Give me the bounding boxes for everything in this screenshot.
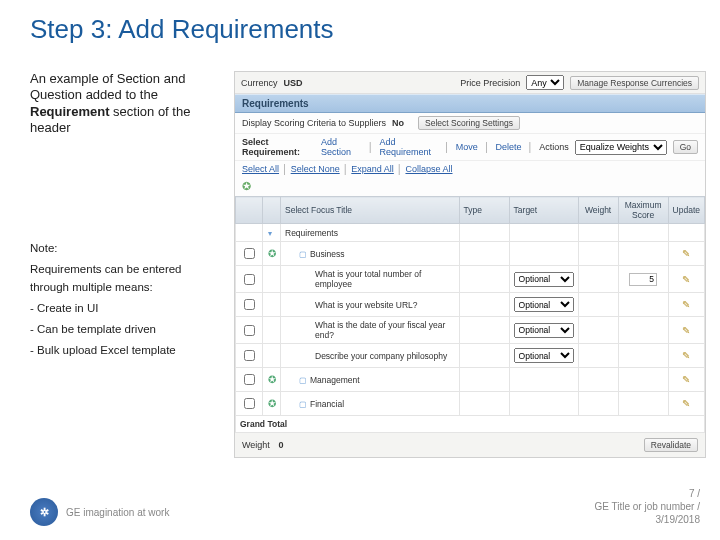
grand-total-row: Grand Total bbox=[236, 416, 705, 433]
revalidate-button[interactable]: Revalidate bbox=[644, 438, 698, 452]
pencil-icon[interactable]: ✎ bbox=[682, 274, 690, 285]
currency-value: USD bbox=[284, 78, 303, 88]
row-q3: What is the date of your fiscal year end… bbox=[281, 317, 460, 344]
pencil-icon[interactable]: ✎ bbox=[682, 350, 690, 361]
move-link[interactable]: Move bbox=[456, 142, 478, 152]
max-score-input[interactable] bbox=[629, 273, 657, 286]
app-screenshot: Currency USD Price Precision Any Manage … bbox=[234, 71, 706, 458]
table-row: Describe your company philosophy Optiona… bbox=[236, 344, 705, 368]
table-row: What is the date of your fiscal year end… bbox=[236, 317, 705, 344]
slide-title: Step 3: Add Requirements bbox=[0, 0, 720, 45]
note-bullet-1: - Create in UI bbox=[30, 300, 218, 317]
currency-label: Currency bbox=[241, 78, 278, 88]
go-button[interactable]: Go bbox=[673, 140, 698, 154]
col-type: Type bbox=[459, 197, 509, 224]
add-requirement-link[interactable]: Add Requirement bbox=[379, 137, 438, 157]
row-requirements: Requirements bbox=[281, 224, 460, 242]
row-q4: Describe your company philosophy bbox=[281, 344, 460, 368]
pencil-icon[interactable]: ✎ bbox=[682, 248, 690, 259]
folder-icon: ▢ bbox=[299, 250, 307, 259]
requirements-header: Requirements bbox=[235, 94, 705, 113]
footer-date: 3/19/2018 bbox=[594, 513, 700, 526]
intro-part1: An example of Section and Question added… bbox=[30, 71, 185, 102]
select-none-link[interactable]: Select None bbox=[291, 164, 340, 174]
footer-line2: GE Title or job number / bbox=[594, 500, 700, 513]
row-q2: What is your website URL? bbox=[281, 293, 460, 317]
folder-icon: ▢ bbox=[299, 376, 307, 385]
select-requirement-label: Select Requirement: bbox=[242, 137, 315, 157]
row-financial: Financial bbox=[310, 399, 344, 409]
row-management: Management bbox=[310, 375, 360, 385]
row-checkbox[interactable] bbox=[244, 350, 255, 361]
row-business: Business bbox=[310, 249, 345, 259]
grand-total-label: Grand Total bbox=[236, 416, 705, 433]
actions-select[interactable]: Equalize Weights bbox=[575, 140, 667, 155]
manage-response-currencies-button[interactable]: Manage Response Currencies bbox=[570, 76, 699, 90]
col-update: Update bbox=[668, 197, 704, 224]
display-scoring-value: No bbox=[392, 118, 404, 128]
pencil-icon[interactable]: ✎ bbox=[682, 374, 690, 385]
select-all-link[interactable]: Select All bbox=[242, 164, 279, 174]
price-precision-select[interactable]: Any bbox=[526, 75, 564, 90]
table-row: What is your total number of employee Op… bbox=[236, 266, 705, 293]
col-weight: Weight bbox=[578, 197, 618, 224]
folder-icon: ▢ bbox=[299, 400, 307, 409]
pencil-icon[interactable]: ✎ bbox=[682, 299, 690, 310]
actions-label: Actions bbox=[539, 142, 569, 152]
pencil-icon[interactable]: ✎ bbox=[682, 325, 690, 336]
footer-page: 7 / bbox=[594, 487, 700, 500]
display-scoring-label: Display Scoring Criteria to Suppliers bbox=[242, 118, 386, 128]
focus-icon[interactable]: ✪ bbox=[268, 374, 276, 385]
footer-meta: 7 / GE Title or job number / 3/19/2018 bbox=[594, 487, 700, 526]
note-block: Note: Requirements can be entered throug… bbox=[30, 240, 218, 360]
row-checkbox[interactable] bbox=[244, 248, 255, 259]
table-row: ✪ ▢Financial ✎ bbox=[236, 392, 705, 416]
weight-label: Weight bbox=[242, 440, 270, 450]
target-select[interactable]: Optional bbox=[514, 348, 574, 363]
table-row: ✪ ▢Management ✎ bbox=[236, 368, 705, 392]
pencil-icon[interactable]: ✎ bbox=[682, 398, 690, 409]
row-checkbox[interactable] bbox=[244, 398, 255, 409]
row-checkbox[interactable] bbox=[244, 299, 255, 310]
delete-link[interactable]: Delete bbox=[496, 142, 522, 152]
focus-icon[interactable]: ✪ bbox=[268, 398, 276, 409]
note-bullet-3: - Bulk upload Excel template bbox=[30, 342, 218, 359]
row-q1: What is your total number of employee bbox=[281, 266, 460, 293]
row-checkbox[interactable] bbox=[244, 325, 255, 336]
intro-text: An example of Section and Question added… bbox=[30, 71, 218, 136]
focus-icon[interactable]: ✪ bbox=[268, 248, 276, 259]
note-heading: Note: bbox=[30, 240, 218, 257]
weight-value: 0 bbox=[278, 440, 283, 450]
intro-bold: Requirement bbox=[30, 104, 109, 119]
collapse-all-link[interactable]: Collapse All bbox=[405, 164, 452, 174]
collapse-icon[interactable]: ▾ bbox=[268, 229, 272, 238]
target-select[interactable]: Optional bbox=[514, 297, 574, 312]
add-section-link[interactable]: Add Section bbox=[321, 137, 362, 157]
col-mscore: Maximum Score bbox=[618, 197, 668, 224]
target-select[interactable]: Optional bbox=[514, 323, 574, 338]
note-line1: Requirements can be entered through mult… bbox=[30, 261, 218, 296]
col-title: Select Focus Title bbox=[281, 197, 460, 224]
table-row: ✪ ▢Business ✎ bbox=[236, 242, 705, 266]
select-scoring-settings-button[interactable]: Select Scoring Settings bbox=[418, 116, 520, 130]
target-select[interactable]: Optional bbox=[514, 272, 574, 287]
ge-logo-icon: ✲ bbox=[30, 498, 58, 526]
note-bullet-2: - Can be template driven bbox=[30, 321, 218, 338]
footer-tagline: GE imagination at work bbox=[66, 507, 169, 518]
table-row: ▾ Requirements bbox=[236, 224, 705, 242]
focus-icon: ✪ bbox=[242, 180, 251, 193]
expand-all-link[interactable]: Expand All bbox=[351, 164, 394, 174]
requirements-table: Select Focus Title Type Target Weight Ma… bbox=[235, 196, 705, 433]
col-target: Target bbox=[509, 197, 578, 224]
price-precision-label: Price Precision bbox=[460, 78, 520, 88]
row-checkbox[interactable] bbox=[244, 374, 255, 385]
table-row: What is your website URL? Optional ✎ bbox=[236, 293, 705, 317]
row-checkbox[interactable] bbox=[244, 274, 255, 285]
